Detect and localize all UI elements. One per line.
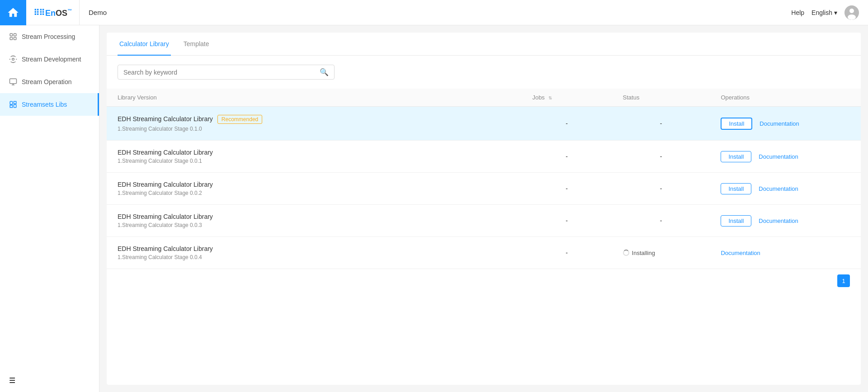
status-installing: Installing (623, 250, 699, 256)
documentation-link[interactable]: Documentation (759, 185, 798, 192)
logo: ⠿⠿ EnOS™ (26, 0, 80, 25)
lib-version: 1.Streaming Calculator Stage 0.0.3 (118, 222, 510, 228)
sidebar-label-stream-development: Stream Development (22, 56, 81, 63)
jobs-cell: - (521, 141, 612, 173)
table-header: Library Version Jobs ⇅ Status Operations (107, 89, 861, 107)
status-cell: - (612, 107, 710, 141)
main-layout: Stream Processing Stream Development Str… (0, 25, 868, 392)
svg-rect-8 (10, 79, 17, 84)
lib-name: EDH Streaming Calculator Library (118, 181, 510, 188)
col-library-version: Library Version (107, 89, 521, 107)
sidebar-item-stream-development[interactable]: Stream Development (0, 48, 99, 71)
table-row: EDH Streaming Calculator Library1.Stream… (107, 141, 861, 173)
svg-point-1 (849, 9, 854, 13)
lib-name: EDH Streaming Calculator LibraryRecommen… (118, 115, 510, 124)
page-1-button[interactable]: 1 (837, 274, 850, 287)
library-table: Library Version Jobs ⇅ Status Operations… (107, 89, 861, 269)
tab-template[interactable]: Template (182, 33, 211, 56)
content-area: Calculator Library Template 🔍 Library Ve… (99, 25, 868, 392)
table-row: EDH Streaming Calculator Library1.Stream… (107, 205, 861, 237)
svg-rect-10 (14, 104, 16, 108)
user-avatar[interactable] (844, 5, 859, 20)
stream-processing-icon (9, 33, 17, 41)
jobs-cell: - (521, 205, 612, 237)
table-row: EDH Streaming Calculator LibraryRecommen… (107, 107, 861, 141)
table-row: EDH Streaming Calculator Library1.Stream… (107, 173, 861, 205)
table-row: EDH Streaming Calculator Library1.Stream… (107, 237, 861, 269)
sidebar-label-streamsets-libs: Streamsets Libs (22, 101, 67, 108)
operations-cell: InstallDocumentation (710, 173, 861, 205)
sidebar-collapse[interactable]: ☰ (0, 369, 99, 392)
sidebar-item-stream-operation[interactable]: Stream Operation (0, 71, 99, 93)
operations-cell: InstallDocumentation (710, 141, 861, 173)
install-button[interactable]: Install (721, 151, 751, 162)
lib-info-cell: EDH Streaming Calculator LibraryRecommen… (107, 107, 521, 141)
language-selector[interactable]: English ▾ (811, 9, 837, 16)
lib-info-cell: EDH Streaming Calculator Library1.Stream… (107, 237, 521, 269)
sidebar-label-stream-operation: Stream Operation (22, 78, 72, 85)
col-jobs[interactable]: Jobs ⇅ (521, 89, 612, 107)
status-cell: - (612, 173, 710, 205)
lib-info-cell: EDH Streaming Calculator Library1.Stream… (107, 173, 521, 205)
install-button[interactable]: Install (721, 118, 752, 130)
lib-version: 1.Streaming Calculator Stage 0.1.0 (118, 126, 510, 132)
recommended-badge: Recommended (217, 115, 262, 124)
status-cell: - (612, 141, 710, 173)
status-cell: - (612, 205, 710, 237)
demo-label: Demo (80, 9, 116, 16)
logo-text: EnOS™ (45, 7, 72, 19)
install-button[interactable]: Install (721, 215, 751, 227)
lib-version: 1.Streaming Calculator Stage 0.0.4 (118, 254, 510, 260)
collapse-icon: ☰ (9, 377, 15, 384)
lib-name: EDH Streaming Calculator Library (118, 213, 510, 220)
svg-rect-9 (10, 101, 12, 104)
spinner-icon (623, 250, 629, 256)
jobs-cell: - (521, 107, 612, 141)
svg-point-2 (848, 14, 856, 20)
pagination: 1 (107, 269, 861, 293)
sidebar: Stream Processing Stream Development Str… (0, 25, 99, 392)
table-body: EDH Streaming Calculator LibraryRecommen… (107, 107, 861, 269)
lib-name: EDH Streaming Calculator Library (118, 245, 510, 252)
svg-rect-3 (10, 33, 12, 36)
search-icon: 🔍 (320, 68, 329, 76)
documentation-link[interactable]: Documentation (760, 120, 799, 127)
stream-operation-icon (9, 78, 17, 86)
jobs-cell: - (521, 237, 612, 269)
operations-cell: InstallDocumentation (710, 107, 861, 141)
jobs-sort-icon: ⇅ (548, 95, 552, 100)
documentation-link[interactable]: Documentation (759, 153, 798, 160)
documentation-link[interactable]: Documentation (721, 250, 760, 256)
topbar: ⠿⠿ EnOS™ Demo Help English ▾ (0, 0, 868, 25)
svg-rect-4 (14, 33, 16, 36)
topbar-right: Help English ▾ (791, 5, 868, 20)
sidebar-item-streamsets-libs[interactable]: Streamsets Libs (0, 93, 99, 116)
lib-version: 1.Streaming Calculator Stage 0.0.2 (118, 190, 510, 196)
documentation-link[interactable]: Documentation (759, 217, 798, 224)
lib-version: 1.Streaming Calculator Stage 0.0.1 (118, 158, 510, 164)
lib-info-cell: EDH Streaming Calculator Library1.Stream… (107, 141, 521, 173)
tabs-bar: Calculator Library Template (107, 33, 861, 56)
status-cell: Installing (612, 237, 710, 269)
lib-info-cell: EDH Streaming Calculator Library1.Stream… (107, 205, 521, 237)
svg-rect-5 (10, 38, 12, 40)
operations-cell: Documentation (710, 237, 861, 269)
search-input[interactable] (123, 69, 320, 76)
sidebar-item-stream-processing[interactable]: Stream Processing (0, 25, 99, 48)
stream-development-icon (9, 55, 17, 63)
streamsets-libs-icon (9, 100, 17, 109)
tab-calculator-library[interactable]: Calculator Library (118, 33, 171, 56)
svg-rect-6 (14, 38, 16, 40)
operations-cell: InstallDocumentation (710, 205, 861, 237)
install-button[interactable]: Install (721, 183, 751, 194)
svg-point-7 (12, 58, 14, 61)
home-button[interactable] (0, 0, 26, 25)
search-bar: 🔍 (107, 56, 861, 89)
logo-dots: ⠿⠿ (33, 8, 44, 18)
jobs-cell: - (521, 173, 612, 205)
col-operations: Operations (710, 89, 861, 107)
search-input-wrap[interactable]: 🔍 (118, 65, 335, 80)
content-inner: Calculator Library Template 🔍 Library Ve… (107, 33, 861, 385)
help-link[interactable]: Help (791, 9, 804, 16)
lib-name: EDH Streaming Calculator Library (118, 149, 510, 156)
